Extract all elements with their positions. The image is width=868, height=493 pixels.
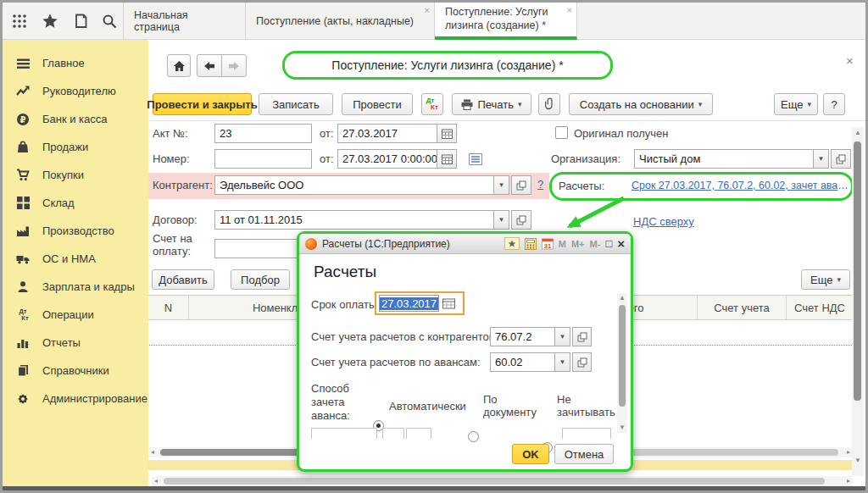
sidebar-item-purchases[interactable]: Покупки bbox=[3, 161, 148, 189]
acc-counterparty-field[interactable]: 76.07.2 bbox=[490, 327, 555, 346]
print-button[interactable]: Печать ▾ bbox=[452, 93, 531, 115]
post-and-close-button[interactable]: Провести и закрыть bbox=[153, 93, 252, 115]
settlements-link[interactable]: Срок 27.03.2017, 76.07.2, 60.02, зачет а… bbox=[632, 180, 849, 191]
scroll-right-icon[interactable]: ▸ bbox=[847, 478, 850, 485]
help-button[interactable]: ? bbox=[823, 93, 845, 115]
favorites-star-icon[interactable] bbox=[42, 13, 58, 30]
vscroll-thumb[interactable] bbox=[619, 305, 626, 407]
sidebar-item-manager[interactable]: Руководителю bbox=[3, 77, 148, 105]
organization-field[interactable]: Чистый дом bbox=[634, 149, 814, 169]
number-date-calendar-button[interactable] bbox=[437, 149, 457, 169]
radio-automatic-label[interactable]: Автоматически bbox=[389, 400, 466, 413]
scroll-right-icon[interactable]: ▸ bbox=[847, 449, 850, 456]
organization-dropdown-button[interactable]: ▾ bbox=[813, 149, 829, 169]
hscroll-thumb[interactable] bbox=[164, 478, 825, 485]
scroll-down-icon[interactable]: ▼ bbox=[619, 424, 626, 431]
home-button[interactable] bbox=[167, 54, 191, 77]
document-list-button[interactable] bbox=[465, 150, 486, 169]
column-header-vat-account[interactable]: Счет НДС bbox=[787, 296, 853, 319]
scroll-up-icon[interactable]: ▲ bbox=[619, 295, 626, 302]
sidebar-item-salary[interactable]: Зарплата и кадры bbox=[3, 273, 148, 301]
back-button[interactable] bbox=[197, 54, 222, 77]
number-field[interactable] bbox=[214, 149, 312, 169]
sidebar-item-warehouse[interactable]: Склад bbox=[3, 189, 148, 217]
dialog-favorite-button[interactable] bbox=[504, 237, 520, 250]
scroll-up-icon[interactable]: ▲ bbox=[854, 130, 861, 136]
acc-counterparty-open-button[interactable] bbox=[572, 327, 592, 346]
column-header-n[interactable]: N bbox=[148, 296, 189, 319]
vscroll-thumb[interactable] bbox=[854, 141, 861, 401]
scroll-left-icon[interactable]: ◂ bbox=[151, 449, 154, 456]
dialog-calendar-button[interactable]: 31 bbox=[542, 238, 554, 250]
radio-do-not-offset-label[interactable]: Не зачитывать bbox=[557, 393, 625, 418]
counterparty-open-button[interactable] bbox=[511, 175, 531, 195]
calendar-icon[interactable] bbox=[442, 298, 455, 309]
acc-advance-field[interactable]: 60.02 bbox=[490, 352, 555, 372]
apps-menu-icon[interactable] bbox=[12, 14, 27, 29]
vat-link[interactable]: НДС сверху bbox=[633, 215, 694, 228]
tab-close-icon[interactable]: × bbox=[567, 6, 572, 15]
organization-open-button[interactable] bbox=[831, 149, 851, 169]
bottom-hscrollbar[interactable]: ◂ ▸ bbox=[152, 476, 853, 486]
sidebar-item-reports[interactable]: Отчеты bbox=[3, 329, 148, 357]
number-date-field[interactable]: 27.03.2017 0:00:00 bbox=[337, 149, 437, 169]
cancel-button[interactable]: Отмена bbox=[554, 444, 614, 464]
items-more-button[interactable]: Еще ▾ bbox=[801, 269, 850, 290]
history-icon[interactable] bbox=[73, 14, 88, 29]
dialog-close-button[interactable]: × bbox=[617, 237, 625, 250]
more-button[interactable]: Еще ▾ bbox=[774, 93, 818, 115]
sidebar-item-main[interactable]: Главное bbox=[3, 49, 148, 77]
counterparty-field[interactable]: Эдельвейс ООО bbox=[214, 175, 494, 195]
sidebar-item-fixed-assets[interactable]: ОС и НМА bbox=[3, 245, 148, 273]
counterparty-dropdown-button[interactable]: ▾ bbox=[493, 175, 509, 195]
tab-receipt-leasing[interactable]: Поступление: Услуги лизинга (создание) *… bbox=[435, 3, 577, 40]
sidebar-item-operations[interactable]: ДтКт Операции bbox=[3, 301, 148, 329]
sidebar-item-bank[interactable]: ₽ Банк и касса bbox=[3, 105, 148, 133]
sidebar-item-administration[interactable]: Администрирование bbox=[3, 385, 148, 413]
forward-button[interactable] bbox=[221, 54, 247, 77]
act-no-field[interactable]: 23 bbox=[214, 124, 312, 143]
clipped-field[interactable] bbox=[382, 428, 404, 439]
debit-credit-button[interactable]: Дт Кт bbox=[421, 93, 443, 115]
dialog-memory-button[interactable]: M bbox=[559, 239, 566, 249]
dialog-vscrollbar[interactable]: ▲ ▼ bbox=[617, 293, 627, 433]
due-date-field[interactable]: 27.03.2017 bbox=[379, 295, 439, 312]
dialog-memory-plus-button[interactable]: M+ bbox=[571, 239, 585, 249]
contract-dropdown-button[interactable]: ▾ bbox=[493, 210, 509, 230]
acc-counterparty-dropdown-button[interactable]: ▾ bbox=[554, 327, 570, 346]
dialog-maximize-button[interactable]: □ bbox=[605, 238, 612, 249]
form-vscrollbar[interactable]: ▲ ▼ bbox=[852, 127, 864, 476]
create-based-on-button[interactable]: Создать на основании ▾ bbox=[569, 93, 713, 115]
radio-by-document-label[interactable]: По документу bbox=[483, 393, 544, 418]
clipped-field[interactable] bbox=[311, 428, 377, 439]
act-date-calendar-button[interactable] bbox=[437, 124, 457, 143]
counterparty-help-link[interactable]: ? bbox=[537, 178, 543, 191]
acc-advance-open-button[interactable] bbox=[572, 352, 592, 372]
post-button[interactable]: Провести bbox=[342, 93, 413, 115]
scroll-down-icon[interactable]: ▼ bbox=[854, 457, 861, 464]
tab-close-icon[interactable]: × bbox=[425, 6, 430, 15]
act-date-field[interactable]: 27.03.2017 bbox=[337, 124, 437, 143]
acc-advance-dropdown-button[interactable]: ▾ bbox=[554, 352, 570, 372]
scroll-left-icon[interactable]: ◂ bbox=[154, 478, 158, 485]
form-close-icon[interactable]: × bbox=[846, 53, 854, 68]
pick-items-button[interactable]: Подбор bbox=[231, 269, 290, 290]
radio-by-document[interactable] bbox=[468, 431, 479, 442]
original-received-checkbox[interactable] bbox=[555, 126, 568, 139]
tab-home[interactable]: Начальная страница bbox=[123, 3, 246, 40]
contract-field[interactable]: 11 от 01.11.2015 bbox=[214, 210, 494, 230]
write-button[interactable]: Записать bbox=[259, 93, 333, 115]
column-header-account[interactable]: Счет учета bbox=[698, 296, 787, 319]
attach-button[interactable] bbox=[538, 93, 560, 115]
sidebar-item-sales[interactable]: Продажи bbox=[3, 133, 148, 161]
clipped-field[interactable] bbox=[406, 428, 431, 439]
clipped-field[interactable] bbox=[562, 428, 611, 439]
sidebar-item-production[interactable]: Производство bbox=[3, 217, 148, 245]
contract-open-button[interactable] bbox=[511, 210, 531, 230]
add-row-button[interactable]: Добавить bbox=[152, 269, 214, 290]
dialog-memory-minus-button[interactable]: M- bbox=[590, 239, 601, 249]
dialog-calculator-button[interactable] bbox=[525, 238, 537, 250]
sidebar-item-directories[interactable]: Справочники bbox=[3, 357, 148, 385]
search-icon[interactable] bbox=[102, 14, 117, 29]
ok-button[interactable]: OK bbox=[512, 444, 549, 464]
